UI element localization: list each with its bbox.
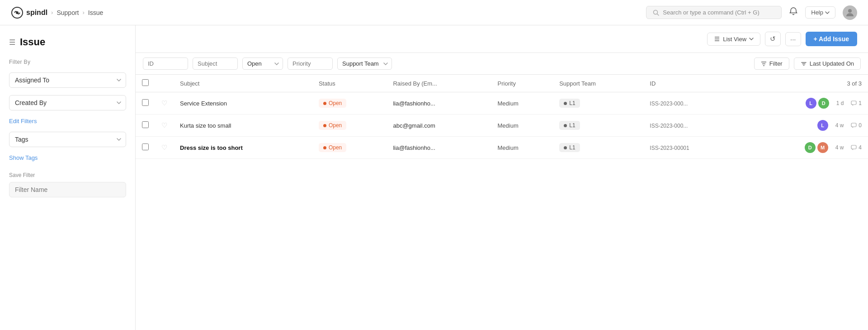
sort-icon	[801, 61, 807, 67]
row-checkbox-cell	[136, 115, 155, 137]
id-filter-input[interactable]	[143, 57, 188, 70]
row-raised-by: lia@fashionho...	[393, 144, 435, 151]
help-label: Help	[811, 9, 823, 16]
support-team-badge: L1	[559, 99, 580, 108]
row-priority: Medium	[498, 100, 519, 107]
row-id-cell: ISS-2023-00001	[643, 137, 739, 159]
row-checkbox[interactable]	[142, 143, 149, 150]
row-status-cell: Open	[312, 92, 387, 115]
sidebar: ☰ Issue Filter By Assigned To Created By…	[0, 25, 136, 330]
avatar[interactable]	[843, 5, 857, 20]
row-id: ISS-2023-000...	[650, 123, 688, 129]
row-subject-cell[interactable]: Kurta size too small	[174, 115, 312, 137]
breadcrumb-sep-1: ›	[51, 9, 53, 16]
status-badge: Open	[319, 99, 346, 108]
heart-icon[interactable]: ♡	[161, 121, 167, 129]
row-subject: Dress size is too short	[180, 144, 243, 151]
issues-table: Subject Status Raised By (Em... Priority…	[136, 75, 868, 159]
comment-icon	[851, 145, 857, 150]
topnav: spindl › Support › Issue Search or type …	[0, 0, 868, 25]
th-priority: Priority	[491, 75, 553, 92]
hamburger-icon[interactable]: ☰	[9, 38, 15, 47]
svg-rect-13	[851, 123, 856, 127]
avatar: D	[805, 142, 816, 153]
table-row: ♡Kurta size too smallOpenabc@gmail.comMe…	[136, 115, 868, 137]
search-placeholder: Search or type a command (Ctrl + G)	[663, 9, 760, 16]
table-header-row: Subject Status Raised By (Em... Priority…	[136, 75, 868, 92]
row-subject-cell[interactable]: Service Extension	[174, 92, 312, 115]
topnav-left: spindl › Support › Issue	[11, 6, 103, 19]
row-checkbox-cell	[136, 137, 155, 159]
breadcrumb-issue[interactable]: Issue	[88, 9, 103, 16]
chevron-down-icon	[825, 11, 830, 14]
bell-button[interactable]	[789, 7, 798, 18]
row-meta-cell: LD 1 d 1	[740, 92, 868, 115]
row-priority-cell: Medium	[491, 137, 553, 159]
row-meta-cell: DM 4 w 4	[740, 137, 868, 159]
heart-icon[interactable]: ♡	[161, 143, 167, 151]
status-dot	[323, 124, 326, 127]
heart-icon[interactable]: ♡	[161, 99, 167, 107]
support-team-badge: L1	[559, 143, 580, 152]
svg-point-4	[848, 9, 852, 13]
support-team-filter-select[interactable]: Support Team	[337, 57, 392, 70]
th-count: 3 of 3	[740, 75, 868, 92]
row-raised-by-cell: lia@fashionho...	[387, 137, 491, 159]
help-button[interactable]: Help	[805, 6, 835, 19]
logo: spindl	[11, 6, 47, 19]
breadcrumb-sep-2: ›	[83, 9, 85, 16]
support-dot	[564, 146, 567, 149]
status-dot	[323, 146, 326, 149]
row-support-team-cell: L1	[553, 92, 643, 115]
breadcrumb-support[interactable]: Support	[57, 9, 79, 16]
support-team-badge: L1	[559, 121, 580, 130]
row-priority-cell: Medium	[491, 115, 553, 137]
edit-filters-link[interactable]: Edit Filters	[9, 118, 126, 124]
avatar: L	[806, 98, 816, 109]
refresh-button[interactable]: ↺	[765, 32, 781, 46]
logo-text: spindl	[26, 9, 47, 17]
more-icon: ···	[790, 35, 796, 43]
user-avatar-icon	[844, 7, 855, 18]
subject-filter-input[interactable]	[193, 57, 238, 70]
row-id: ISS-2023-00001	[650, 145, 689, 151]
comment-icon	[851, 100, 857, 106]
meta-group: DM 4 w 4	[746, 142, 862, 153]
list-view-button[interactable]: List View	[707, 33, 760, 46]
list-icon	[714, 36, 720, 42]
row-subject-cell[interactable]: Dress size is too short	[174, 137, 312, 159]
svg-rect-15	[851, 145, 856, 149]
th-status: Status	[312, 75, 387, 92]
avatar-group: LD	[806, 98, 829, 109]
search-icon	[653, 10, 659, 16]
row-checkbox[interactable]	[142, 99, 149, 106]
th-raised-by: Raised By (Em...	[387, 75, 491, 92]
priority-filter-input[interactable]	[288, 57, 333, 70]
row-status-cell: Open	[312, 115, 387, 137]
assigned-to-select[interactable]: Assigned To	[9, 72, 126, 88]
table-container: Subject Status Raised By (Em... Priority…	[136, 75, 868, 330]
status-badge: Open	[319, 121, 346, 130]
last-updated-button[interactable]: Last Updated On	[794, 57, 861, 70]
search-bar[interactable]: Search or type a command (Ctrl + G)	[646, 6, 782, 19]
select-all-checkbox[interactable]	[142, 79, 149, 86]
filter-button[interactable]: Filter	[754, 57, 789, 70]
row-heart-cell: ♡	[155, 115, 174, 137]
created-by-select[interactable]: Created By	[9, 95, 126, 110]
last-updated-label: Last Updated On	[810, 60, 854, 67]
row-id-cell: ISS-2023-000...	[643, 115, 739, 137]
status-filter-select[interactable]: Open Closed All	[242, 57, 283, 70]
row-priority-cell: Medium	[491, 92, 553, 115]
row-priority: Medium	[498, 144, 519, 151]
show-tags-link[interactable]: Show Tags	[9, 154, 126, 161]
row-meta-cell: L 4 w 0	[740, 115, 868, 137]
row-heart-cell: ♡	[155, 137, 174, 159]
row-checkbox[interactable]	[142, 121, 149, 128]
more-button[interactable]: ···	[785, 32, 801, 46]
add-issue-button[interactable]: + Add Issue	[806, 32, 857, 46]
table-body: ♡Service ExtensionOpenlia@fashionho...Me…	[136, 92, 868, 159]
refresh-icon: ↺	[770, 35, 776, 43]
svg-point-1	[16, 11, 19, 14]
tags-select[interactable]: Tags	[9, 132, 126, 147]
filter-name-input[interactable]	[9, 182, 126, 197]
